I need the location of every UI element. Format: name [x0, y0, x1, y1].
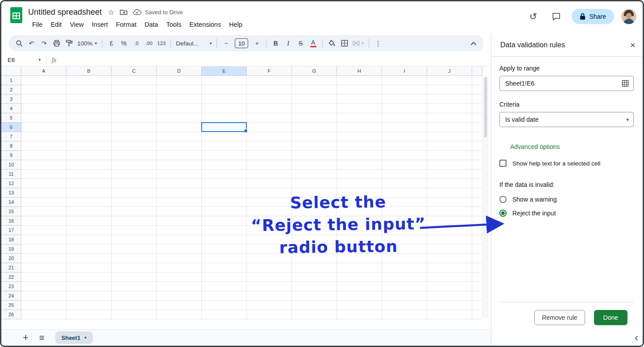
menu-tools[interactable]: Tools — [162, 20, 185, 29]
cell-F24[interactable] — [247, 291, 292, 301]
cell-G26[interactable] — [292, 310, 337, 319]
cell-H19[interactable] — [337, 244, 382, 254]
column-header-D[interactable]: D — [157, 66, 202, 76]
cell-C9[interactable] — [112, 151, 157, 160]
cell-B16[interactable] — [66, 216, 112, 226]
cell-D23[interactable] — [157, 282, 202, 291]
column-header-E[interactable]: E — [202, 66, 247, 76]
cell-B15[interactable] — [66, 207, 112, 216]
cell-H22[interactable] — [337, 273, 382, 282]
cell-I16[interactable] — [382, 216, 427, 226]
all-sheets-icon[interactable]: ≡ — [39, 333, 45, 342]
cell-J10[interactable] — [427, 160, 472, 169]
cell-H8[interactable] — [337, 141, 382, 151]
cell-D21[interactable] — [157, 263, 202, 273]
row-header-10[interactable]: 10 — [1, 160, 21, 169]
cell-F12[interactable] — [247, 179, 292, 188]
cell-I18[interactable] — [382, 235, 427, 244]
version-history-icon[interactable]: ↺ — [525, 8, 541, 25]
cell-D25[interactable] — [157, 301, 202, 310]
cell-E12[interactable] — [202, 179, 247, 188]
cell-F1[interactable] — [247, 76, 292, 85]
cell-A15[interactable] — [21, 207, 66, 216]
cell-C5[interactable] — [112, 113, 157, 123]
cell-H17[interactable] — [337, 226, 382, 235]
cell-A17[interactable] — [21, 226, 66, 235]
cell-I26[interactable] — [382, 310, 427, 319]
cell-G25[interactable] — [292, 301, 337, 310]
cell-J23[interactable] — [427, 282, 472, 291]
cell-A4[interactable] — [21, 104, 66, 113]
cell-J2[interactable] — [427, 85, 472, 95]
cell-J5[interactable] — [427, 113, 472, 123]
cell-E11[interactable] — [202, 169, 247, 179]
cell-C15[interactable] — [112, 207, 157, 216]
row-header-11[interactable]: 11 — [1, 169, 21, 179]
cell-A14[interactable] — [21, 198, 66, 207]
cell-F20[interactable] — [247, 254, 292, 263]
cell-A11[interactable] — [21, 169, 66, 179]
cell-B11[interactable] — [66, 169, 112, 179]
remove-rule-button[interactable]: Remove rule — [534, 310, 585, 325]
menu-extensions[interactable]: Extensions — [185, 20, 225, 29]
cell-F18[interactable] — [247, 235, 292, 244]
cell-A23[interactable] — [21, 282, 66, 291]
cell-I9[interactable] — [382, 151, 427, 160]
cell-B22[interactable] — [66, 273, 112, 282]
cell-G19[interactable] — [292, 244, 337, 254]
format-currency-button[interactable]: £ — [105, 37, 117, 50]
cell-F14[interactable] — [247, 198, 292, 207]
cell-H2[interactable] — [337, 85, 382, 95]
cell-J14[interactable] — [427, 198, 472, 207]
cell-A12[interactable] — [21, 179, 66, 188]
menu-view[interactable]: View — [66, 20, 87, 29]
cell-C22[interactable] — [112, 273, 157, 282]
cell-F9[interactable] — [247, 151, 292, 160]
cell-I2[interactable] — [382, 85, 427, 95]
cell-E25[interactable] — [202, 301, 247, 310]
number-format-button[interactable]: 123 — [155, 37, 167, 50]
cell-B24[interactable] — [66, 291, 112, 301]
cell-G15[interactable] — [292, 207, 337, 216]
show-help-text-checkbox[interactable] — [499, 160, 507, 167]
cell-A16[interactable] — [21, 216, 66, 226]
cell-D11[interactable] — [157, 169, 202, 179]
cell-C25[interactable] — [112, 301, 157, 310]
share-button[interactable]: Share — [572, 9, 614, 24]
cell-B25[interactable] — [66, 301, 112, 310]
cell-F15[interactable] — [247, 207, 292, 216]
row-header-15[interactable]: 15 — [1, 207, 21, 216]
cell-F7[interactable] — [247, 132, 292, 141]
cell-H18[interactable] — [337, 235, 382, 244]
cell-G10[interactable] — [292, 160, 337, 169]
cell-F16[interactable] — [247, 216, 292, 226]
cell-C4[interactable] — [112, 104, 157, 113]
cell-H21[interactable] — [337, 263, 382, 273]
cell-I4[interactable] — [382, 104, 427, 113]
column-header-I[interactable]: I — [382, 66, 427, 76]
cell-E4[interactable] — [202, 104, 247, 113]
cell-J12[interactable] — [427, 179, 472, 188]
cell-F23[interactable] — [247, 282, 292, 291]
cell-F13[interactable] — [247, 188, 292, 198]
cell-D1[interactable] — [157, 76, 202, 85]
cell-F8[interactable] — [247, 141, 292, 151]
cell-I5[interactable] — [382, 113, 427, 123]
cell-D6[interactable] — [157, 123, 202, 132]
cell-A22[interactable] — [21, 273, 66, 282]
cell-B9[interactable] — [66, 151, 112, 160]
move-folder-icon[interactable] — [120, 9, 128, 16]
close-icon[interactable]: × — [630, 40, 636, 50]
cell-C1[interactable] — [112, 76, 157, 85]
cell-I22[interactable] — [382, 273, 427, 282]
cell-H10[interactable] — [337, 160, 382, 169]
cell-C21[interactable] — [112, 263, 157, 273]
cell-A21[interactable] — [21, 263, 66, 273]
cell-H12[interactable] — [337, 179, 382, 188]
row-header-18[interactable]: 18 — [1, 235, 21, 244]
cell-J21[interactable] — [427, 263, 472, 273]
cell-B7[interactable] — [66, 132, 112, 141]
vertical-scrollbar[interactable] — [483, 76, 488, 318]
cell-D9[interactable] — [157, 151, 202, 160]
cell-I8[interactable] — [382, 141, 427, 151]
